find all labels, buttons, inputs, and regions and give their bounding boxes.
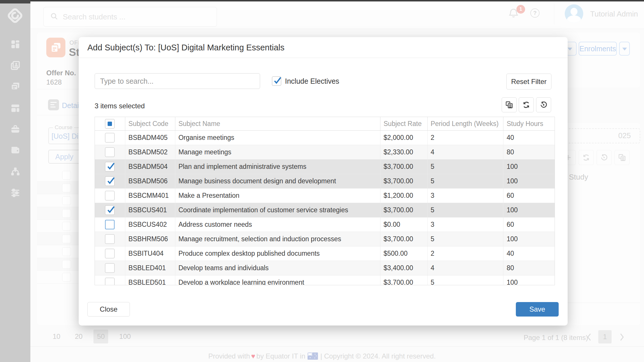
subject-name-cell: Address customer needs — [175, 217, 380, 232]
next-page-button[interactable] — [617, 332, 626, 342]
background-row-checkbox[interactable] — [62, 222, 71, 231]
subject-code-cell: BSBADM506 — [125, 174, 175, 188]
table-row[interactable]: BSBITU404Produce complex desktop publish… — [95, 246, 555, 261]
row-checkbox[interactable] — [105, 162, 115, 171]
reset-filter-button[interactable]: Reset Filter — [506, 74, 551, 89]
background-row-checkbox[interactable] — [62, 209, 71, 218]
period-length-cell: 5 — [428, 232, 504, 246]
sidebar-item-students[interactable] — [10, 60, 21, 71]
row-checkbox[interactable] — [105, 133, 115, 142]
save-button[interactable]: Save — [516, 302, 559, 317]
subject-search-input[interactable] — [95, 73, 260, 89]
background-row-checkbox[interactable] — [62, 260, 71, 269]
page-size-option[interactable]: 50 — [93, 330, 108, 343]
background-row-checkbox[interactable] — [62, 273, 71, 281]
background-grid-row — [37, 169, 85, 182]
enrolments-button[interactable]: Enrolments — [579, 42, 617, 56]
row-checkbox[interactable] — [105, 191, 115, 200]
column-header[interactable]: Subject Name — [175, 117, 380, 130]
table-row[interactable]: BSBADM405Organise meetings$2,000.00240 — [95, 131, 555, 145]
include-electives-checkbox[interactable] — [272, 76, 281, 86]
refresh-button[interactable] — [519, 97, 534, 112]
footer-divider — [30, 346, 644, 347]
period-length-cell: 5 — [428, 275, 504, 285]
row-checkbox[interactable] — [105, 249, 115, 258]
sidebar-item-agents[interactable] — [10, 166, 21, 177]
study-hours-cell: 60 — [503, 217, 555, 232]
table-row[interactable]: BSBCUS401Coordinate implementation of cu… — [95, 203, 555, 217]
revert-button[interactable] — [536, 97, 551, 112]
column-header[interactable]: Subject Rate — [380, 117, 428, 130]
table-row[interactable]: BSBCMM401Make a Presentation$1,200.00360 — [95, 189, 555, 203]
study-hours-cell: 100 — [503, 174, 555, 188]
column-header[interactable]: Subject Code — [125, 117, 175, 130]
background-row-checkbox[interactable] — [62, 184, 71, 192]
sidebar-item-courses[interactable] — [10, 103, 21, 113]
help-button[interactable]: ? — [530, 8, 540, 18]
period-length-cell: 2 — [428, 246, 504, 261]
page-info: Page 1 of 1 (8 items) — [524, 334, 588, 342]
background-column-chooser-button[interactable] — [614, 150, 630, 165]
sidebar-item-payments[interactable] — [10, 145, 21, 156]
table-row[interactable]: BSBCUS402Address customer needs$0.00360 — [95, 217, 555, 232]
subject-code-cell: BSBCMM401 — [125, 189, 175, 203]
column-header[interactable]: Period Length (Weeks) — [428, 117, 504, 130]
row-checkbox[interactable] — [105, 263, 115, 273]
student-search-input[interactable]: Search students ... — [43, 7, 217, 27]
include-electives-label[interactable]: Include Electives — [285, 77, 339, 85]
table-row[interactable]: BSBHRM506Manage recruitment, selection a… — [95, 232, 555, 246]
close-button[interactable]: Close — [87, 302, 130, 317]
enrolments-dropdown-button[interactable] — [619, 42, 630, 56]
sidebar-item-jobs[interactable] — [10, 124, 21, 134]
row-checkbox[interactable] — [105, 147, 115, 157]
page-size-option[interactable]: 20 — [71, 330, 86, 343]
background-revert-button[interactable] — [597, 150, 612, 165]
row-checkbox[interactable] — [105, 220, 115, 229]
background-grid-row — [37, 182, 85, 194]
background-refresh-button[interactable] — [579, 150, 594, 165]
table-row[interactable]: BSBLED401Develop teams and individuals$3… — [95, 261, 555, 275]
notifications-button[interactable]: 1 — [508, 7, 525, 24]
chevron-left-icon — [585, 332, 594, 342]
row-checkbox[interactable] — [105, 176, 115, 186]
period-length-cell: 5 — [428, 203, 504, 217]
chevron-down-icon — [622, 48, 627, 51]
table-row[interactable]: BSBLED501Develop a workplace learning en… — [95, 275, 555, 285]
user-avatar[interactable] — [565, 4, 583, 23]
app-logo-icon[interactable] — [6, 6, 24, 25]
selection-summary: 3 items selected — [95, 102, 145, 110]
subject-name-cell: Develop a workplace learning environment — [175, 275, 380, 285]
background-grid-row — [37, 233, 85, 245]
row-checkbox[interactable] — [105, 205, 115, 215]
column-header[interactable]: Study Hours — [503, 117, 555, 130]
table-row[interactable]: BSBADM502Manage meetings$2,330.00480 — [95, 145, 555, 160]
background-row-checkbox[interactable] — [62, 171, 71, 180]
select-all-checkbox[interactable] — [105, 119, 115, 129]
background-row-checkbox[interactable] — [62, 247, 71, 256]
prev-page-button[interactable] — [585, 332, 594, 342]
row-checkbox[interactable] — [105, 278, 115, 285]
background-row-checkbox[interactable] — [62, 235, 71, 243]
table-row[interactable]: BSBADM506Manage business document design… — [95, 174, 555, 189]
background-row-checkbox[interactable] — [62, 196, 71, 205]
sidebar-item-settings[interactable] — [10, 188, 21, 198]
topbar: Search students ... 1 ? Tutorial Admin — [30, 1, 644, 29]
page-size-option[interactable]: 100 — [116, 330, 134, 343]
sidebar-item-offers[interactable] — [10, 81, 21, 92]
period-length-cell: 3 — [428, 189, 504, 203]
table-row[interactable]: BSBADM504Plan and implement administrati… — [95, 160, 555, 174]
page-number-button[interactable]: 1 — [598, 330, 612, 343]
subject-rate-cell: $3,700.00 — [380, 275, 428, 285]
user-name[interactable]: Tutorial Admin — [590, 10, 638, 19]
check-icon — [106, 205, 116, 215]
row-checkbox[interactable] — [105, 234, 115, 244]
sidebar-item-dashboard[interactable] — [10, 39, 21, 50]
question-icon: ? — [533, 10, 537, 16]
search-icon — [50, 12, 58, 21]
column-chooser-button[interactable] — [502, 97, 517, 112]
period-length-cell: 5 — [428, 174, 504, 188]
subject-rate-cell: $3,700.00 — [380, 174, 428, 188]
avatar-person-icon — [571, 8, 577, 15]
page-size-option[interactable]: 10 — [49, 330, 64, 343]
background-grid-row — [37, 207, 85, 220]
